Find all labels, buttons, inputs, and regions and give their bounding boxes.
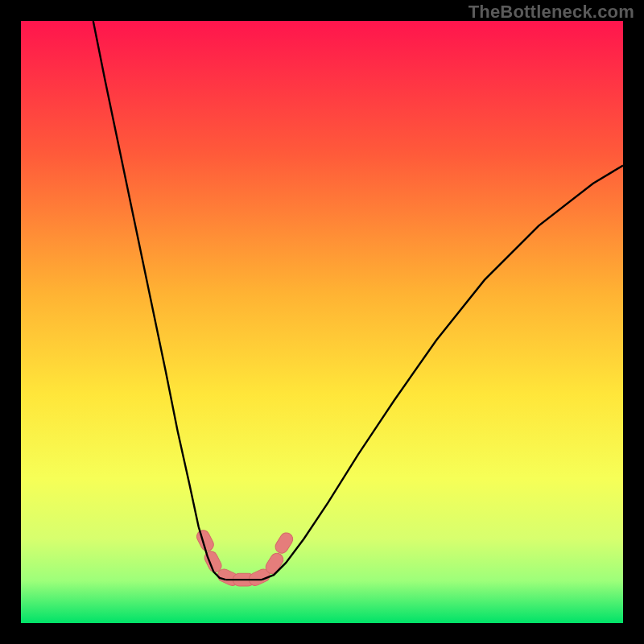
plot-area bbox=[21, 21, 623, 623]
watermark-text: TheBottleneck.com bbox=[469, 2, 634, 23]
chart-svg bbox=[21, 21, 623, 623]
chart-frame: TheBottleneck.com bbox=[0, 0, 644, 644]
